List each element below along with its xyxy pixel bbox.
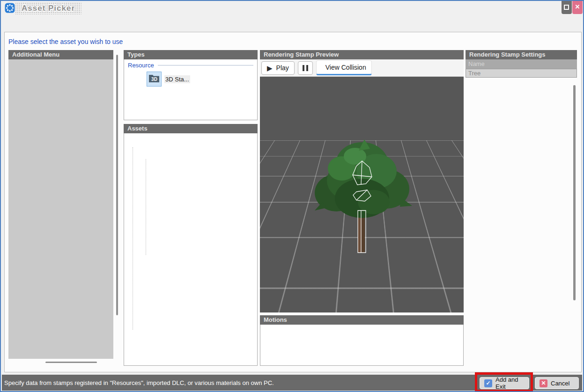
motions-header: Motions [260, 315, 464, 325]
status-text: Specify data from stamps registered in "… [4, 379, 274, 386]
close-button[interactable]: ✕ [572, 1, 583, 14]
app-logo-icon [5, 3, 15, 13]
asset-picker-window: Asset Picker ✕ Please select the asset y… [0, 0, 584, 392]
rendering-stamp-preview-panel: Rendering Stamp Preview ▶ Play View Coll… [260, 50, 464, 312]
type-item-label: 3D Sta... [164, 75, 190, 83]
ground-grid [260, 77, 464, 140]
settings-header: Rendering Stamp Settings [466, 50, 577, 59]
additional-menu-hscrollbar[interactable] [45, 362, 97, 363]
window-title: Asset Picker [22, 4, 75, 13]
maximize-button[interactable] [562, 1, 572, 14]
instruction-text: Please select the asset you wish to use [8, 38, 123, 45]
assets-panel: Assets [124, 124, 258, 366]
view-collision-label: View Collision [325, 64, 366, 71]
play-label: Play [276, 64, 289, 72]
type-item-3d-stamp[interactable]: 3D 3D Sta... [147, 72, 190, 87]
assets-header: Assets [124, 124, 258, 133]
svg-text:3D: 3D [151, 77, 157, 82]
types-header: Types [124, 50, 258, 59]
preview-toolbar: ▶ Play View Collision [260, 59, 464, 77]
motions-list [260, 325, 464, 366]
additional-menu-header: Additional Menu [8, 50, 113, 59]
preview-viewport[interactable] [260, 77, 464, 312]
name-label: Name [466, 59, 577, 69]
types-body: Resource 3D 3D Sta... [124, 59, 258, 120]
preview-header: Rendering Stamp Preview [260, 50, 464, 59]
pause-button[interactable] [298, 61, 313, 75]
cancel-label: Cancel [551, 380, 569, 387]
add-and-exit-button[interactable]: ✓ Add and Exit [480, 377, 529, 389]
rendering-stamp-settings-panel: Rendering Stamp Settings Name Tree [466, 50, 577, 370]
play-button[interactable]: ▶ Play [261, 61, 295, 75]
types-panel: Types Resource 3D 3D Sta... [124, 50, 258, 120]
title-bar: Asset Picker ✕ [1, 1, 583, 15]
play-icon: ▶ [267, 65, 273, 72]
cancel-button[interactable]: ✕ Cancel [535, 377, 579, 389]
tree-model-preview [308, 132, 416, 263]
motions-panel: Motions [260, 315, 464, 366]
add-and-exit-label: Add and Exit [495, 376, 525, 390]
maximize-icon [564, 5, 569, 10]
settings-scrollbar[interactable] [573, 85, 576, 300]
pause-icon [303, 65, 308, 71]
additional-menu-panel: Additional Menu [8, 50, 113, 359]
tree-guide-line [133, 147, 133, 330]
name-field[interactable]: Tree [466, 69, 577, 78]
tree-guide-line [146, 159, 146, 255]
pack-list [8, 59, 113, 359]
title-pattern: Asset Picker [15, 2, 81, 15]
cancel-x-icon: ✕ [540, 379, 547, 387]
check-icon: ✓ [484, 379, 492, 387]
types-group-label: Resource [128, 62, 253, 69]
3d-stamp-icon: 3D [148, 73, 160, 85]
asset-tree [124, 133, 258, 366]
additional-menu-scrollbar[interactable] [116, 55, 118, 315]
type-item-selection: 3D [147, 72, 162, 87]
view-collision-button[interactable]: View Collision [316, 60, 372, 75]
